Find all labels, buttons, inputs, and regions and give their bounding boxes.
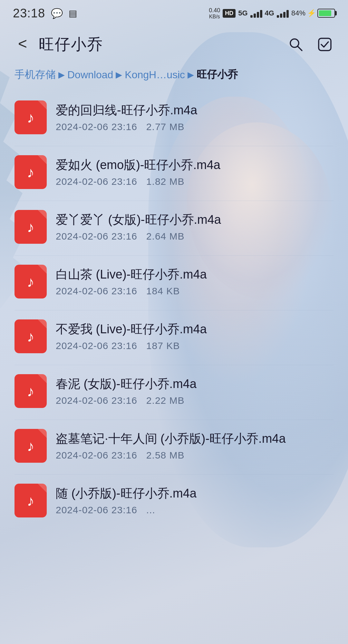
4g-bar-1 <box>277 15 279 18</box>
signal-bar-1 <box>250 15 253 18</box>
music-note-icon: ♪ <box>27 328 34 345</box>
file-icon: ♪ <box>15 265 47 298</box>
file-info: 爱如火 (emo版)-旺仔小乔.m4a 2024-02-06 23:16 1.8… <box>56 157 334 187</box>
battery-fill <box>319 10 331 16</box>
status-bar: 23:18 💬 ▤ 0.40 KB/s HD 5G 4G <box>0 0 348 24</box>
battery-icon <box>317 9 335 18</box>
4g-signal: 4G <box>265 9 274 17</box>
music-note-icon: ♪ <box>27 273 34 290</box>
file-info: 随 (小乔版)-旺仔小乔.m4a 2024-02-06 23:16 ... <box>56 486 334 516</box>
breadcrumb: 手机存储 ▶ Download ▶ KongH…usic ▶ 旺仔小乔 <box>0 63 348 91</box>
list-item[interactable]: ♪ 随 (小乔版)-旺仔小乔.m4a 2024-02-06 23:16 ... <box>10 475 338 526</box>
file-meta: 2024-02-06 23:16 2.64 MB <box>56 231 334 242</box>
header-actions <box>285 34 335 55</box>
wechat-icon: 💬 <box>51 8 63 19</box>
file-meta: 2024-02-06 23:16 2.58 MB <box>56 450 334 461</box>
signal-bar-3 <box>257 12 259 18</box>
music-note-icon: ♪ <box>27 492 34 509</box>
file-list: ♪ 爱的回归线-旺仔小乔.m4a 2024-02-06 23:16 2.77 M… <box>0 91 348 526</box>
breadcrumb-separator-2: ▶ <box>116 70 122 80</box>
page-container: 23:18 💬 ▤ 0.40 KB/s HD 5G 4G <box>0 0 348 644</box>
file-info: 爱的回归线-旺仔小乔.m4a 2024-02-06 23:16 2.77 MB <box>56 102 334 132</box>
list-item[interactable]: ♪ 爱丫爱丫 (女版)-旺仔小乔.m4a 2024-02-06 23:16 2.… <box>10 201 338 253</box>
breadcrumb-item-storage[interactable]: 手机存储 <box>15 68 56 82</box>
status-time: 23:18 <box>13 6 45 20</box>
file-icon: ♪ <box>15 374 47 408</box>
file-meta: 2024-02-06 23:16 2.22 MB <box>56 395 334 406</box>
hd-badge: HD <box>223 9 236 18</box>
signal-bar-2 <box>254 14 256 18</box>
file-icon: ♪ <box>15 484 47 517</box>
charging-icon: ⚡ <box>307 9 316 17</box>
music-note-icon: ♪ <box>27 383 34 400</box>
file-name: 爱丫爱丫 (女版)-旺仔小乔.m4a <box>56 212 334 228</box>
list-item[interactable]: ♪ 爱如火 (emo版)-旺仔小乔.m4a 2024-02-06 23:16 1… <box>10 146 338 198</box>
file-meta: 2024-02-06 23:16 2.77 MB <box>56 121 334 132</box>
file-name: 爱如火 (emo版)-旺仔小乔.m4a <box>56 157 334 173</box>
breadcrumb-current: 旺仔小乔 <box>197 68 238 82</box>
file-info: 春泥 (女版)-旺仔小乔.m4a 2024-02-06 23:16 2.22 M… <box>56 376 334 406</box>
signal-bar-4 <box>260 10 262 18</box>
notification-icon: ▤ <box>69 8 77 19</box>
search-button[interactable] <box>285 34 306 55</box>
file-name: 白山茶 (Live)-旺仔小乔.m4a <box>56 267 334 282</box>
5g-signal: 5G <box>238 9 247 17</box>
list-item[interactable]: ♪ 春泥 (女版)-旺仔小乔.m4a 2024-02-06 23:16 2.22… <box>10 365 338 417</box>
file-name: 爱的回归线-旺仔小乔.m4a <box>56 102 334 118</box>
file-name: 春泥 (女版)-旺仔小乔.m4a <box>56 376 334 392</box>
breadcrumb-separator-3: ▶ <box>188 70 194 80</box>
breadcrumb-item-download[interactable]: Download <box>67 69 113 81</box>
svg-rect-2 <box>319 38 331 51</box>
4g-signal-bars <box>277 9 289 18</box>
file-info: 盗墓笔记·十年人间 (小乔版)-旺仔小乔.m4a 2024-02-06 23:1… <box>56 431 334 461</box>
file-icon: ♪ <box>15 429 47 463</box>
file-info: 白山茶 (Live)-旺仔小乔.m4a 2024-02-06 23:16 184… <box>56 267 334 297</box>
music-note-icon: ♪ <box>27 437 34 455</box>
battery-container: 84% ⚡ <box>291 9 335 18</box>
file-icon: ♪ <box>15 319 47 353</box>
svg-line-1 <box>298 46 302 51</box>
list-item[interactable]: ♪ 爱的回归线-旺仔小乔.m4a 2024-02-06 23:16 2.77 M… <box>10 91 338 143</box>
file-icon: ♪ <box>15 155 47 189</box>
file-info: 爱丫爱丫 (女版)-旺仔小乔.m4a 2024-02-06 23:16 2.64… <box>56 212 334 242</box>
status-right: 0.40 KB/s HD 5G 4G 84% <box>209 7 335 19</box>
page-title: 旺仔小乔 <box>39 34 279 55</box>
file-meta: 2024-02-06 23:16 1.82 MB <box>56 176 334 187</box>
4g-bar-3 <box>283 12 285 18</box>
file-name: 随 (小乔版)-旺仔小乔.m4a <box>56 486 334 501</box>
search-icon <box>288 37 303 52</box>
file-icon: ♪ <box>15 210 47 244</box>
music-note-icon: ♪ <box>27 164 34 181</box>
breadcrumb-separator-1: ▶ <box>58 70 65 80</box>
file-name: 不爱我 (Live)-旺仔小乔.m4a <box>56 321 334 337</box>
4g-bar-4 <box>286 10 289 18</box>
breadcrumb-item-music[interactable]: KongH…usic <box>125 69 185 81</box>
back-chevron-icon: < <box>18 36 27 52</box>
list-item[interactable]: ♪ 不爱我 (Live)-旺仔小乔.m4a 2024-02-06 23:16 1… <box>10 310 338 362</box>
file-icon: ♪ <box>15 100 47 134</box>
4g-bar-2 <box>280 14 282 18</box>
header: < 旺仔小乔 <box>0 24 348 63</box>
battery-percentage: 84% <box>291 9 305 17</box>
network-speed-unit: KB/s <box>209 14 220 20</box>
file-meta: 2024-02-06 23:16 184 KB <box>56 286 334 297</box>
checkbox-icon <box>317 37 332 52</box>
file-info: 不爱我 (Live)-旺仔小乔.m4a 2024-02-06 23:16 187… <box>56 321 334 351</box>
music-note-icon: ♪ <box>27 109 34 126</box>
file-meta: 2024-02-06 23:16 187 KB <box>56 340 334 351</box>
file-meta: 2024-02-06 23:16 ... <box>56 505 334 516</box>
signal-bars <box>250 9 262 18</box>
file-name: 盗墓笔记·十年人间 (小乔版)-旺仔小乔.m4a <box>56 431 334 447</box>
music-note-icon: ♪ <box>27 218 34 236</box>
back-button[interactable]: < <box>13 35 32 54</box>
list-item[interactable]: ♪ 盗墓笔记·十年人间 (小乔版)-旺仔小乔.m4a 2024-02-06 23… <box>10 420 338 472</box>
select-all-button[interactable] <box>314 34 335 55</box>
list-item[interactable]: ♪ 白山茶 (Live)-旺仔小乔.m4a 2024-02-06 23:16 1… <box>10 256 338 308</box>
network-speed: 0.40 <box>209 7 220 14</box>
